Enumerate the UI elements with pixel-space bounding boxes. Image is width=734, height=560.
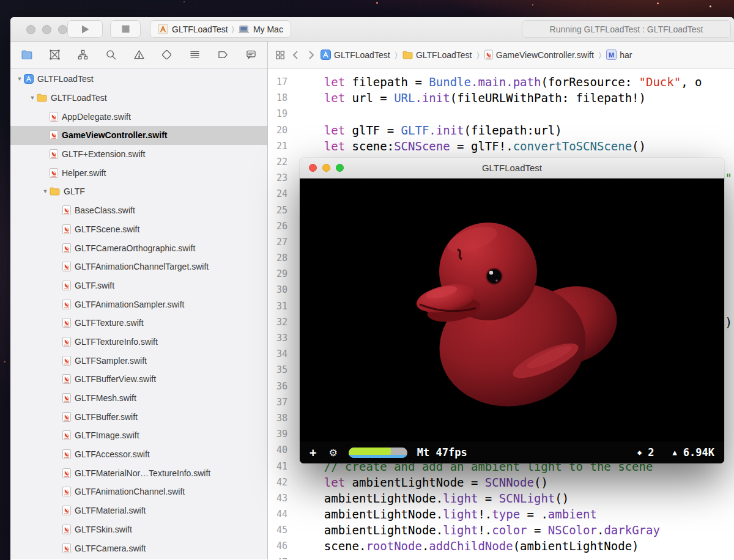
test-navigator-icon[interactable] <box>160 48 173 61</box>
tree-item-gltf-extension-swift[interactable]: GLTF+Extension.swift <box>10 145 267 164</box>
code-line-17: 17 let filepath = Bundle.main.path(forRe… <box>268 74 734 90</box>
file-label: GLTFMaterialNor…TextureInfo.swift <box>75 468 210 478</box>
back-button[interactable] <box>291 50 301 61</box>
rubber-duck-render <box>300 179 724 441</box>
code-text: let scene:SCNScene = glTF!.convertToSCNS… <box>296 138 646 154</box>
breadcrumb-label: GameViewController.swift <box>496 50 594 60</box>
forward-button[interactable] <box>306 50 316 61</box>
tree-item-gltfimage-swift[interactable]: GLTFImage.swift <box>10 426 267 445</box>
breadcrumb-group[interactable]: GLTFLoadTest <box>402 50 472 60</box>
file-label: GLTFSkin.swift <box>75 525 132 534</box>
tree-item-gltf[interactable]: ▼GLTF <box>10 182 267 201</box>
breadcrumb-method[interactable]: M har <box>606 50 632 60</box>
zoom-button[interactable] <box>336 164 344 172</box>
disclosure-triangle-icon[interactable]: ▼ <box>15 76 24 82</box>
run-button[interactable] <box>67 20 103 38</box>
draw-call-count: 2 <box>648 446 654 459</box>
navigator-pane: ▼GLTFLoadTest▼GLTFLoadTestAppDelegate.sw… <box>10 42 268 559</box>
tree-item-gltfbuffer-swift[interactable]: GLTFBuffer.swift <box>10 407 267 426</box>
close-button[interactable] <box>26 25 35 34</box>
tree-item-gltfcameraorthographic-swift[interactable]: GLTFCameraOrthographic.swift <box>10 238 267 257</box>
project-navigator-icon[interactable] <box>20 48 33 61</box>
tree-item-gltfmaterial-swift[interactable]: GLTFMaterial.swift <box>10 501 267 520</box>
line-number: 37 <box>268 394 296 410</box>
scene-window-titlebar[interactable]: GLTFLoadTest <box>300 158 724 179</box>
expand-stats-button[interactable]: + <box>310 446 316 459</box>
scheme-selector[interactable]: GLTFLoadTest 〉 My Mac <box>150 20 291 38</box>
line-number: 24 <box>268 186 296 202</box>
file-label: GLTF+Extension.swift <box>62 149 145 159</box>
tree-item-gltfscene-swift[interactable]: GLTFScene.swift <box>10 220 267 239</box>
line-number: 45 <box>268 522 296 538</box>
tree-item-gltfanimationchanneltarget-swift[interactable]: GLTFAnimationChannelTarget.swift <box>10 257 267 276</box>
line-number: 38 <box>268 410 296 426</box>
find-navigator-icon[interactable] <box>105 48 117 61</box>
stop-button[interactable] <box>110 20 141 38</box>
breadcrumb-project[interactable]: GLTFLoadTest <box>321 50 390 60</box>
zoom-button[interactable] <box>58 25 67 34</box>
tree-item-gltfloadtest[interactable]: ▼GLTFLoadTest <box>10 89 267 108</box>
tree-item-gltfanimationsampler-swift[interactable]: GLTFAnimationSampler.swift <box>10 295 267 314</box>
related-items-icon[interactable] <box>274 49 286 61</box>
tree-item-gltfskin-swift[interactable]: GLTFSkin.swift <box>10 520 267 539</box>
debug-navigator-icon[interactable] <box>188 48 201 61</box>
line-number: 25 <box>268 202 296 218</box>
code-text: let glTF = GLTF.init(filepath:url) <box>296 122 562 138</box>
report-navigator-icon[interactable] <box>245 48 258 61</box>
disclosure-triangle-icon[interactable]: ▼ <box>28 95 37 101</box>
source-control-navigator-icon[interactable] <box>48 48 61 61</box>
scheme-destination-label: My Mac <box>253 24 283 34</box>
tree-item-gltfcamera-swift[interactable]: GLTFCamera.swift <box>10 539 267 558</box>
breakpoint-navigator-icon[interactable] <box>217 48 229 61</box>
breadcrumb-label: GLTFLoadTest <box>416 50 472 60</box>
tree-item-appdelegate-swift[interactable]: AppDelegate.swift <box>10 107 267 126</box>
code-line-43: 43 ambientLightNode.light = SCNLight() <box>268 490 734 506</box>
swift-file-icon <box>62 506 71 515</box>
minimize-button[interactable] <box>42 25 51 34</box>
breadcrumb-file[interactable]: GameViewController.swift <box>484 50 594 60</box>
tree-item-gltfanimationchannel-swift[interactable]: GLTFAnimationChannel.swift <box>10 482 267 501</box>
swift-file-icon <box>62 337 71 347</box>
swift-file-icon <box>50 112 58 122</box>
tree-item-gltfaccessor-swift[interactable]: GLTFAccessor.swift <box>10 445 267 464</box>
tree-item-gltftexture-swift[interactable]: GLTFTexture.swift <box>10 314 267 333</box>
line-number: 21 <box>268 138 296 154</box>
editor-jump-bar: GLTFLoadTest 〉 GLTFLoadTest 〉 Ga <box>268 42 734 68</box>
line-number: 36 <box>268 378 296 394</box>
swift-file-icon <box>62 468 71 478</box>
disclosure-triangle-icon[interactable]: ▼ <box>41 188 50 194</box>
breadcrumb-label: har <box>620 50 632 60</box>
project-file-tree[interactable]: ▼GLTFLoadTest▼GLTFLoadTestAppDelegate.sw… <box>10 68 267 559</box>
close-button[interactable] <box>309 164 317 172</box>
tree-item-gameviewcontroller-swift[interactable]: GameViewController.swift <box>10 126 267 145</box>
tree-item-gltftextureinfo-swift[interactable]: GLTFTextureInfo.swift <box>10 333 267 352</box>
file-label: GLTFBufferView.swift <box>75 374 156 384</box>
scenekit-view[interactable]: + ⚙ Mt 47fps ◆ 2 ▲ 6.94K <box>300 179 724 463</box>
fps-readout: Mt 47fps <box>417 446 467 459</box>
tree-item-gltf-swift[interactable]: GLTF.swift <box>10 276 267 295</box>
file-label: GLTFLoadTest <box>37 74 94 84</box>
file-label: GLTF.swift <box>75 281 114 290</box>
file-label: GLTFScene.swift <box>75 224 139 234</box>
file-label: GLTFTexture.swift <box>75 318 144 328</box>
issue-navigator-icon[interactable] <box>133 48 146 61</box>
line-number: 17 <box>268 74 296 90</box>
code-line-46: 46 scene.rootNode.addChildNode(ambientLi… <box>268 538 734 554</box>
gear-icon[interactable]: ⚙ <box>328 447 337 459</box>
swift-file-icon <box>62 449 71 459</box>
minimize-button[interactable] <box>322 164 330 172</box>
code-text: ambientLightNode.light = SCNLight() <box>296 490 569 506</box>
tree-item-gltfmesh-swift[interactable]: GLTFMesh.swift <box>10 389 267 408</box>
tree-item-gltfbufferview-swift[interactable]: GLTFBufferView.swift <box>10 370 267 389</box>
swift-file-icon <box>62 412 71 422</box>
file-label: GLTFAccessor.swift <box>75 449 150 459</box>
tree-item-baseclass-swift[interactable]: BaseClass.swift <box>10 201 267 220</box>
star-speck <box>184 1 185 2</box>
tree-item-helper-swift[interactable]: Helper.swift <box>10 163 267 182</box>
tree-item-gltfmaterialnor-textureinfo-swift[interactable]: GLTFMaterialNor…TextureInfo.swift <box>10 463 267 482</box>
tree-item-gltfsampler-swift[interactable]: GLTFSampler.swift <box>10 351 267 370</box>
symbol-navigator-icon[interactable] <box>76 48 89 61</box>
scenekit-stats-bar: + ⚙ Mt 47fps ◆ 2 ▲ 6.94K <box>300 441 724 463</box>
tree-item-gltfloadtest[interactable]: ▼GLTFLoadTest <box>10 70 267 89</box>
draw-calls-icon: ◆ <box>637 448 642 457</box>
